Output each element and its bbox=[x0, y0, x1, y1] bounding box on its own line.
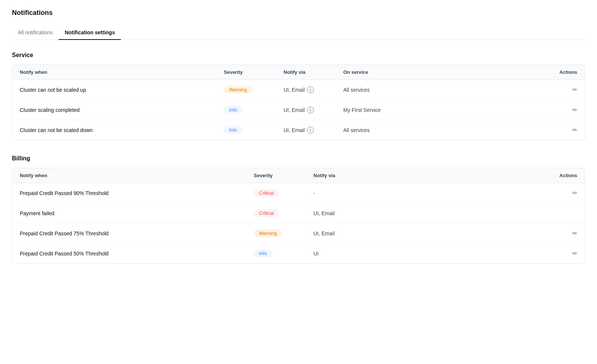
notify-when-cell: Prepaid Credit Passed 75% Threshold bbox=[20, 230, 254, 236]
actions-cell: ✏ bbox=[547, 86, 577, 93]
actions-cell: ✏ bbox=[547, 250, 577, 257]
notify-via-cell: UI, Email i bbox=[284, 107, 343, 113]
severity-cell: Warning bbox=[224, 86, 284, 94]
tabs: All notifications Notification settings bbox=[12, 26, 585, 40]
notify-via-cell: UI, Email i bbox=[284, 87, 343, 93]
edit-icon[interactable]: ✏ bbox=[572, 189, 577, 197]
notify-when-cell: Prepaid Credit Passed 90% Threshold bbox=[20, 190, 254, 196]
page-container: Notifications All notifications Notifica… bbox=[0, 0, 597, 288]
section-service-title: Service bbox=[12, 52, 585, 59]
col-notify-when-billing: Notify when bbox=[20, 173, 254, 178]
table-row: Prepaid Credit Passed 50% Threshold Info… bbox=[12, 244, 585, 263]
severity-badge-critical: Critical bbox=[254, 209, 279, 217]
table-row: Prepaid Credit Passed 75% Threshold Warn… bbox=[12, 223, 585, 244]
severity-badge-info: Info bbox=[254, 250, 272, 257]
notify-via-text: UI, Email bbox=[313, 230, 335, 236]
severity-badge-warning: Warning bbox=[224, 86, 252, 94]
col-notify-via-billing: Notify via bbox=[313, 173, 547, 178]
notify-when-cell: Cluster scaling completed bbox=[20, 107, 224, 113]
billing-table: Notify when Severity Notify via Actions … bbox=[12, 168, 585, 264]
severity-cell: Critical bbox=[254, 189, 313, 197]
service-table: Notify when Severity Notify via On servi… bbox=[12, 65, 585, 140]
notify-via-cell: UI bbox=[313, 251, 547, 257]
table-row: Cluster can not be scaled up Warning UI,… bbox=[12, 80, 585, 100]
col-severity-billing: Severity bbox=[254, 173, 313, 178]
edit-icon[interactable]: ✏ bbox=[572, 250, 577, 257]
page-title: Notifications bbox=[12, 9, 585, 17]
severity-cell: Critical bbox=[254, 209, 313, 217]
notify-via-text: UI bbox=[313, 251, 319, 257]
actions-cell: ✏ bbox=[547, 106, 577, 113]
edit-icon[interactable]: ✏ bbox=[572, 106, 577, 113]
notify-via-text: UI, Email bbox=[284, 127, 305, 133]
on-service-cell: My First Service bbox=[343, 107, 547, 113]
section-service: Service Notify when Severity Notify via … bbox=[12, 52, 585, 140]
edit-icon[interactable]: ✏ bbox=[572, 230, 577, 237]
severity-badge-warning: Warning bbox=[254, 229, 282, 237]
col-actions-service: Actions bbox=[547, 69, 577, 75]
notify-via-cell: UI, Email bbox=[313, 210, 547, 216]
severity-cell: Info bbox=[224, 126, 284, 134]
table-row: Payment failed Critical UI, Email bbox=[12, 203, 585, 223]
edit-icon[interactable]: ✏ bbox=[572, 86, 577, 93]
edit-icon[interactable]: ✏ bbox=[572, 126, 577, 134]
severity-badge-info: Info bbox=[224, 106, 243, 114]
notify-when-cell: Cluster can not be scaled down bbox=[20, 127, 224, 133]
col-actions-billing: Actions bbox=[547, 173, 577, 178]
billing-table-header: Notify when Severity Notify via Actions bbox=[12, 168, 585, 183]
notify-via-text: UI, Email bbox=[313, 210, 335, 216]
col-notify-when-service: Notify when bbox=[20, 69, 224, 75]
info-icon[interactable]: i bbox=[307, 87, 314, 93]
col-on-service: On service bbox=[343, 69, 547, 75]
severity-badge-info: Info bbox=[224, 126, 243, 134]
severity-badge-critical: Critical bbox=[254, 189, 279, 197]
actions-cell: ✏ bbox=[547, 126, 577, 134]
col-severity-service: Severity bbox=[224, 69, 284, 75]
notify-when-cell: Prepaid Credit Passed 50% Threshold bbox=[20, 251, 254, 257]
section-billing-title: Billing bbox=[12, 155, 585, 162]
col-notify-via-service: Notify via bbox=[284, 69, 343, 75]
severity-cell: Warning bbox=[254, 229, 313, 237]
table-row: Prepaid Credit Passed 90% Threshold Crit… bbox=[12, 183, 585, 203]
tab-all-notifications[interactable]: All notifications bbox=[12, 26, 59, 40]
on-service-cell: All services bbox=[343, 87, 547, 93]
service-table-header: Notify when Severity Notify via On servi… bbox=[12, 65, 585, 80]
notify-via-cell: UI, Email bbox=[313, 230, 547, 236]
notify-via-cell: - bbox=[313, 190, 547, 196]
info-icon[interactable]: i bbox=[307, 107, 314, 113]
actions-cell: ✏ bbox=[547, 189, 577, 197]
notify-via-text: UI, Email bbox=[284, 107, 305, 113]
severity-cell: Info bbox=[254, 250, 313, 257]
section-billing: Billing Notify when Severity Notify via … bbox=[12, 155, 585, 264]
notify-via-text: - bbox=[313, 190, 315, 196]
notify-via-cell: UI, Email i bbox=[284, 127, 343, 134]
info-icon[interactable]: i bbox=[307, 127, 314, 134]
on-service-cell: All services bbox=[343, 127, 547, 133]
severity-cell: Info bbox=[224, 106, 284, 114]
table-row: Cluster can not be scaled down Info UI, … bbox=[12, 120, 585, 140]
notify-when-cell: Cluster can not be scaled up bbox=[20, 87, 224, 93]
actions-cell: ✏ bbox=[547, 230, 577, 237]
notify-via-text: UI, Email bbox=[284, 87, 305, 93]
table-row: Cluster scaling completed Info UI, Email… bbox=[12, 100, 585, 120]
notify-when-cell: Payment failed bbox=[20, 210, 254, 216]
tab-notification-settings[interactable]: Notification settings bbox=[59, 26, 121, 40]
